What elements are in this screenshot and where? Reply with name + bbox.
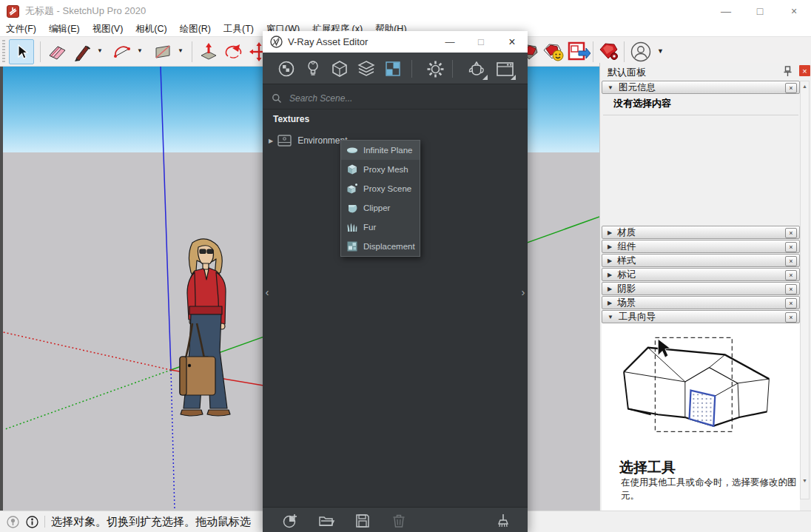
menu-view[interactable]: 视图(V) xyxy=(92,23,124,36)
vray-batch-export-button[interactable] xyxy=(566,39,591,64)
vray-settings-button[interactable] xyxy=(596,39,622,64)
vray-logo-icon xyxy=(270,36,283,48)
status-hint-text: 选择对象。切换到扩充选择。拖动鼠标选 xyxy=(51,515,251,529)
expander-icon[interactable]: ▶ xyxy=(608,229,612,236)
vray-interactive-render-button[interactable] xyxy=(541,39,566,64)
toolbar-grip[interactable] xyxy=(2,40,5,64)
menu-file[interactable]: 文件(F) xyxy=(6,23,36,36)
expander-icon[interactable]: ▶ xyxy=(608,286,612,292)
section-materials[interactable]: ▶ 材质 × xyxy=(602,226,800,239)
section-close-button[interactable]: × xyxy=(785,270,797,280)
vray-window-title: V-Ray Asset Editor xyxy=(288,36,368,47)
menu-item-proxy-scene[interactable]: Proxy Scene xyxy=(341,179,420,198)
save-button[interactable] xyxy=(353,511,372,531)
environment-tree-item[interactable]: ▶ Environment xyxy=(269,132,348,149)
menu-item-clipper[interactable]: Clipper xyxy=(341,198,420,218)
collapse-right-chevron[interactable]: › xyxy=(519,286,528,298)
vray-maximize-button[interactable]: □ xyxy=(465,31,497,53)
panel-scrollbar[interactable]: ▲ ▼ xyxy=(800,81,810,499)
section-shadows[interactable]: ▶ 阴影 × xyxy=(602,282,800,295)
vray-settings-button[interactable] xyxy=(424,58,446,80)
menu-item-proxy-mesh[interactable]: Proxy Mesh xyxy=(341,160,420,179)
eraser-tool-button[interactable] xyxy=(44,39,70,64)
instructor-heading: 选择工具 xyxy=(619,458,676,477)
textures-section-label: Textures xyxy=(273,114,309,124)
section-close-button[interactable]: × xyxy=(785,256,797,266)
expander-icon[interactable]: ▶ xyxy=(608,272,612,278)
account-caret-icon[interactable]: ▼ xyxy=(657,47,664,55)
expander-icon[interactable]: ▶ xyxy=(608,257,612,264)
scroll-up-icon[interactable]: ▲ xyxy=(801,81,809,91)
section-tags[interactable]: ▶ 标记 × xyxy=(602,268,800,281)
tree-expander-icon[interactable]: ▶ xyxy=(269,138,273,144)
vray-create-asset-button-active[interactable] xyxy=(382,58,404,80)
section-close-button[interactable]: × xyxy=(785,228,797,238)
menu-camera[interactable]: 相机(C) xyxy=(135,23,166,36)
pin-icon[interactable] xyxy=(783,66,793,77)
vray-textures-button[interactable] xyxy=(355,58,377,80)
line-tool-button[interactable] xyxy=(70,39,95,64)
close-button[interactable]: × xyxy=(777,0,811,22)
arc-tool-caret-icon[interactable]: ▼ xyxy=(137,47,143,54)
section-close-button[interactable]: × xyxy=(785,242,797,252)
vray-minimize-button[interactable]: — xyxy=(434,31,465,53)
rectangle-tool-caret-icon[interactable]: ▼ xyxy=(178,47,184,54)
dock-strip xyxy=(0,67,3,511)
sketchup-logo-icon xyxy=(7,5,19,18)
delete-button-disabled[interactable] xyxy=(389,511,408,531)
vray-close-button[interactable]: × xyxy=(497,31,528,53)
expander-icon[interactable]: ▼ xyxy=(608,84,613,91)
environment-texture-icon xyxy=(277,135,292,147)
collapse-left-chevron[interactable]: ‹ xyxy=(263,286,272,298)
section-close-button[interactable]: × xyxy=(785,284,797,294)
geolocation-icon[interactable] xyxy=(6,515,19,528)
add-asset-icon xyxy=(282,513,298,529)
entity-info-empty-text: 没有选择内容 xyxy=(613,97,671,110)
menu-item-infinite-plane[interactable]: Infinite Plane xyxy=(341,141,420,160)
maximize-button[interactable]: □ xyxy=(743,0,777,22)
expander-icon[interactable]: ▶ xyxy=(608,300,612,306)
vray-frame-buffer-button[interactable] xyxy=(494,58,516,80)
vray-lights-button[interactable] xyxy=(302,58,324,80)
rectangle-tool-button[interactable] xyxy=(150,39,175,64)
vray-geometry-button[interactable] xyxy=(329,58,351,80)
account-button[interactable] xyxy=(628,39,653,64)
minimize-button[interactable]: — xyxy=(709,0,743,22)
section-components[interactable]: ▶ 组件 × xyxy=(602,240,800,253)
person-component[interactable] xyxy=(170,238,248,423)
purge-button[interactable] xyxy=(494,511,513,531)
expander-icon[interactable]: ▶ xyxy=(608,243,612,250)
search-icon xyxy=(272,93,282,104)
menu-tools[interactable]: 工具(T) xyxy=(223,23,254,36)
vray-materials-button[interactable] xyxy=(275,58,297,80)
window-title: 无标题 - SketchUp Pro 2020 xyxy=(25,4,146,18)
menu-item-displacement[interactable]: Displacement xyxy=(341,237,420,256)
expander-icon[interactable]: ▼ xyxy=(608,314,613,320)
info-icon[interactable] xyxy=(25,515,38,528)
section-close-button[interactable]: × xyxy=(785,83,797,93)
rectangle-icon xyxy=(152,41,173,62)
vray-render-button[interactable] xyxy=(465,58,488,80)
section-styles[interactable]: ▶ 样式 × xyxy=(602,254,800,267)
menu-draw[interactable]: 绘图(R) xyxy=(180,23,211,36)
tray-close-button[interactable]: × xyxy=(799,65,810,76)
displacement-icon xyxy=(346,240,358,252)
sketchup-app-window: 无标题 - SketchUp Pro 2020 — □ × 文件(F) 编辑(E… xyxy=(0,0,811,532)
section-close-button[interactable]: × xyxy=(785,298,797,309)
section-scenes[interactable]: ▶ 场景 × xyxy=(602,296,800,309)
rotate-tool-button[interactable] xyxy=(221,39,246,64)
scroll-down-icon[interactable]: ▼ xyxy=(801,476,809,485)
menu-edit[interactable]: 编辑(E) xyxy=(49,23,80,36)
search-input[interactable] xyxy=(288,92,439,104)
section-instructor[interactable]: ▼ 工具向导 × xyxy=(602,310,800,323)
line-tool-caret-icon[interactable]: ▼ xyxy=(97,47,103,54)
add-asset-button[interactable] xyxy=(280,511,300,531)
pushpull-tool-button[interactable] xyxy=(196,39,221,64)
arc-tool-button[interactable] xyxy=(110,39,135,64)
open-file-button[interactable] xyxy=(317,511,336,531)
select-tool-button[interactable] xyxy=(9,39,34,64)
menu-item-fur[interactable]: Fur xyxy=(341,218,420,237)
section-entity-info[interactable]: ▼ 图元信息 × xyxy=(602,81,800,94)
select-arrow-icon xyxy=(13,44,30,60)
section-close-button[interactable]: × xyxy=(785,312,797,323)
